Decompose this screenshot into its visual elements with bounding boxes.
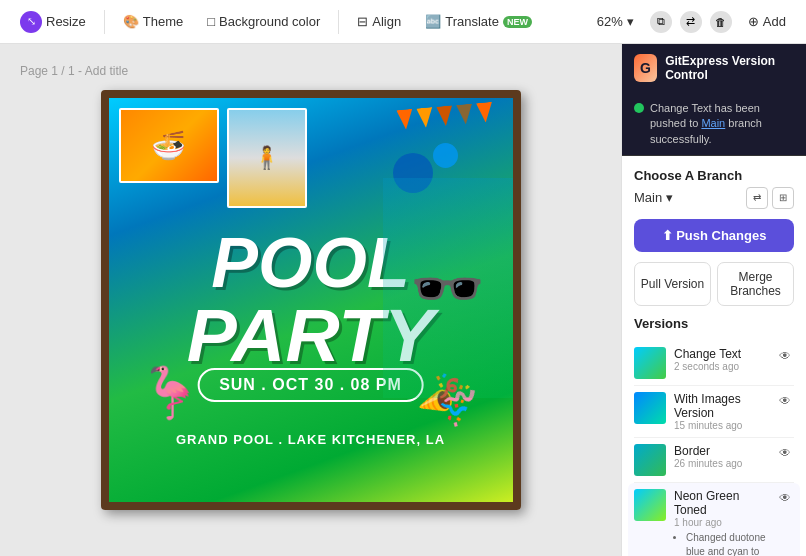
zoom-value: 62% [597, 14, 623, 29]
resize-tool[interactable]: ⤡ Resize [12, 7, 94, 37]
main-area: Page 1 / 1 - Add title 🍜 🧍 [0, 44, 806, 556]
version-time-1: 2 seconds ago [674, 361, 768, 372]
version-info-1: Change Text 2 seconds ago [674, 347, 768, 372]
version-item-images[interactable]: With Images Version 15 minutes ago 👁 [634, 386, 794, 438]
version-time-2: 15 minutes ago [674, 420, 768, 431]
trash-icon[interactable]: 🗑 [710, 11, 732, 33]
version-time-4: 1 hour ago [674, 517, 768, 528]
translate-tool[interactable]: 🔤 Translate NEW [417, 10, 540, 33]
bg-color-icon: □ [207, 14, 215, 29]
swap-icon[interactable]: ⇄ [680, 11, 702, 33]
add-title-button[interactable]: Add title [85, 64, 128, 78]
resize-label: Resize [46, 14, 86, 29]
translate-badge: NEW [503, 16, 532, 28]
success-message: Change Text has been pushed to Main bran… [650, 101, 794, 147]
page-label: Page 1 / 1 - Add title [20, 64, 128, 78]
branch-section-title: Choose A Branch [634, 168, 794, 183]
panel-header: G GitExpress Version Control [622, 44, 806, 93]
add-label: Add [763, 14, 786, 29]
version-item-border[interactable]: Border 26 minutes ago 👁 [634, 438, 794, 483]
theme-icon: 🎨 [123, 14, 139, 29]
version-name-4: Neon Green Toned [674, 489, 768, 517]
theme-label: Theme [143, 14, 183, 29]
food-thumbnail: 🍜 [119, 108, 219, 183]
branch-link[interactable]: Main [701, 117, 725, 129]
version-name-2: With Images Version [674, 392, 768, 420]
translate-icon: 🔤 [425, 14, 441, 29]
separator: - [78, 64, 85, 78]
version-thumb-2 [634, 392, 666, 424]
bg-color-label: Background color [219, 14, 320, 29]
eye-icon-1[interactable]: 👁 [776, 347, 794, 365]
version-notes-4: Changed duotone blue and cyan to duotone… [674, 531, 768, 556]
versions-list: Change Text 2 seconds ago 👁 With Images … [634, 341, 794, 556]
zoom-chevron-icon: ▾ [627, 14, 634, 29]
version-time-3: 26 minutes ago [674, 458, 768, 469]
divider-1 [104, 10, 105, 34]
version-info-3: Border 26 minutes ago [674, 444, 768, 469]
divider-2 [338, 10, 339, 34]
branch-chevron-icon: ▾ [666, 190, 673, 205]
branch-section: Choose A Branch Main ▾ ⇄ ⊞ [634, 168, 794, 209]
add-button[interactable]: ⊕ Add [740, 10, 794, 33]
version-thumb-1 [634, 347, 666, 379]
versions-label: Versions [634, 316, 794, 331]
right-panel: G GitExpress Version Control Change Text… [621, 44, 806, 556]
panel-title: GitExpress Version Control [665, 54, 794, 83]
plus-icon: ⊕ [748, 14, 759, 29]
eye-icon-3[interactable]: 👁 [776, 444, 794, 462]
push-changes-button[interactable]: ⬆ Push Changes [634, 219, 794, 252]
branch-row: Main ▾ ⇄ ⊞ [634, 187, 794, 209]
flag-5 [476, 102, 494, 123]
zoom-control[interactable]: 62% ▾ [589, 10, 642, 33]
branch-action-1[interactable]: ⇄ [746, 187, 768, 209]
panel-logo: G [634, 54, 657, 82]
background-color-tool[interactable]: □ Background color [199, 10, 328, 33]
pool-word: POOL [211, 224, 409, 302]
branch-actions: ⇄ ⊞ [746, 187, 794, 209]
canvas-wrapper: 🍜 🧍 POOL PARTY [20, 90, 601, 536]
success-indicator [634, 103, 644, 113]
version-info-4: Neon Green Toned 1 hour ago Changed duot… [674, 489, 768, 556]
person-decoration: 🕶️ [383, 178, 513, 398]
circle-deco-2 [433, 143, 458, 168]
person-thumbnail: 🧍 [227, 108, 307, 208]
flag-1 [396, 109, 414, 130]
page-number: Page 1 / 1 [20, 64, 75, 78]
version-name-1: Change Text [674, 347, 768, 361]
version-item-neon[interactable]: Neon Green Toned 1 hour ago Changed duot… [628, 483, 800, 556]
canvas-area: Page 1 / 1 - Add title 🍜 🧍 [0, 44, 621, 556]
version-name-3: Border [674, 444, 768, 458]
branch-name: Main [634, 190, 662, 205]
location-display: GRAND POOL . LAKE KITCHENER, LA [176, 432, 445, 447]
versions-section: Versions [634, 316, 794, 331]
align-tool[interactable]: ⊟ Align [349, 10, 409, 33]
version-item-change-text[interactable]: Change Text 2 seconds ago 👁 [634, 341, 794, 386]
version-info-2: With Images Version 15 minutes ago [674, 392, 768, 431]
align-label: Align [372, 14, 401, 29]
pull-version-button[interactable]: Pull Version [634, 262, 711, 306]
version-actions: Pull Version Merge Branches [634, 262, 794, 306]
flag-2 [416, 107, 434, 128]
panel-content: Choose A Branch Main ▾ ⇄ ⊞ ⬆ Push Change… [622, 156, 806, 556]
eye-icon-4[interactable]: 👁 [776, 489, 794, 507]
theme-tool[interactable]: 🎨 Theme [115, 10, 191, 33]
flamingo-decoration: 🦩 [139, 364, 201, 422]
branch-selector[interactable]: Main ▾ [634, 190, 673, 205]
layers-icon[interactable]: ⧉ [650, 11, 672, 33]
version-thumb-3 [634, 444, 666, 476]
success-banner: Change Text has been pushed to Main bran… [622, 93, 806, 156]
translate-label: Translate [445, 14, 499, 29]
branch-action-2[interactable]: ⊞ [772, 187, 794, 209]
design-canvas[interactable]: 🍜 🧍 POOL PARTY [101, 90, 521, 510]
toolbar: ⤡ Resize 🎨 Theme □ Background color ⊟ Al… [0, 0, 806, 44]
flag-4 [456, 104, 474, 125]
merge-branches-button[interactable]: Merge Branches [717, 262, 794, 306]
eye-icon-2[interactable]: 👁 [776, 392, 794, 410]
align-icon: ⊟ [357, 14, 368, 29]
version-thumb-4 [634, 489, 666, 521]
flag-3 [436, 105, 454, 126]
logo-text: G [640, 60, 651, 76]
resize-icon: ⤡ [20, 11, 42, 33]
